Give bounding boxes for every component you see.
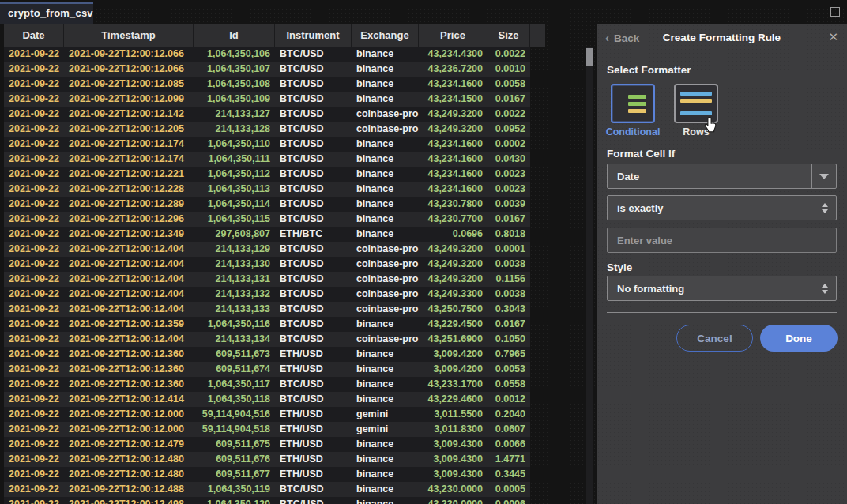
cell-exchange[interactable]: binance [352,317,419,332]
cell-size[interactable]: 0.0167 [487,212,530,227]
cell-instrument[interactable]: ETH/USD [275,362,352,377]
cell-instrument[interactable]: BTC/USD [275,242,352,257]
cell-exchange[interactable]: binance [352,227,419,242]
cell-size[interactable]: 0.1050 [487,332,530,347]
cell-size[interactable]: 0.0022 [487,107,530,122]
cell-size[interactable]: 0.0066 [487,437,530,452]
rows-formatter-card[interactable] [674,84,718,123]
cell-exchange[interactable]: binance [352,362,419,377]
cell-timestamp[interactable]: 2021-09-22T12:00:12.414 [64,392,194,407]
table-row[interactable]: 2021-09-222021-09-22T12:00:12.2211,064,3… [4,167,530,182]
column-header-exchange[interactable]: Exchange [352,24,419,47]
cell-timestamp[interactable]: 2021-09-22T12:00:12.404 [64,242,194,257]
cell-exchange[interactable]: binance [352,77,419,92]
cell-price[interactable]: 43,251.6900 [419,332,487,347]
cell-timestamp[interactable]: 2021-09-22T12:00:12.000 [64,422,194,437]
cell-id[interactable]: 1,064,350,109 [194,92,275,107]
cell-date[interactable]: 2021-09-22 [4,197,64,212]
cell-instrument[interactable]: BTC/USD [275,482,352,497]
cell-instrument[interactable]: ETH/BTC [275,227,352,242]
column-select[interactable]: Date [607,164,837,189]
cell-date[interactable]: 2021-09-22 [4,107,64,122]
cell-price[interactable]: 43,230.7700 [419,212,487,227]
cell-size[interactable]: 0.0053 [487,362,530,377]
cell-date[interactable]: 2021-09-22 [4,407,64,422]
cell-price[interactable]: 43,234.4300 [419,47,487,62]
cell-id[interactable]: 1,064,350,119 [194,482,275,497]
cell-instrument[interactable]: BTC/USD [275,182,352,197]
cell-id[interactable]: 1,064,350,120 [194,497,275,504]
table-row[interactable]: 2021-09-222021-09-22T12:00:12.404214,133… [4,257,530,272]
cell-exchange[interactable]: binance [352,137,419,152]
cell-date[interactable]: 2021-09-22 [4,482,64,497]
cell-id[interactable]: 1,064,350,116 [194,317,275,332]
cell-exchange[interactable]: binance [352,377,419,392]
table-row[interactable]: 2021-09-222021-09-22T12:00:12.479609,511… [4,437,530,452]
cell-exchange[interactable]: binance [352,152,419,167]
cell-id[interactable]: 1,064,350,114 [194,197,275,212]
cell-price[interactable]: 3,009.4200 [419,362,487,377]
table-row[interactable]: 2021-09-222021-09-22T12:00:12.4981,064,3… [4,497,530,504]
cell-id[interactable]: 1,064,350,108 [194,77,275,92]
cell-timestamp[interactable]: 2021-09-22T12:00:12.142 [64,107,194,122]
cell-id[interactable]: 1,064,350,112 [194,167,275,182]
cell-date[interactable]: 2021-09-22 [4,437,64,452]
column-header-timestamp[interactable]: Timestamp [64,24,194,47]
cell-date[interactable]: 2021-09-22 [4,362,64,377]
cell-timestamp[interactable]: 2021-09-22T12:00:12.404 [64,257,194,272]
cell-timestamp[interactable]: 2021-09-22T12:00:12.296 [64,212,194,227]
cell-timestamp[interactable]: 2021-09-22T12:00:12.099 [64,92,194,107]
cell-exchange[interactable]: binance [352,392,419,407]
cell-price[interactable]: 43,236.7200 [419,62,487,77]
cell-timestamp[interactable]: 2021-09-22T12:00:12.066 [64,62,194,77]
cell-size[interactable]: 0.0023 [487,182,530,197]
cell-exchange[interactable]: coinbase-pro [352,332,419,347]
cell-exchange[interactable]: coinbase-pro [352,287,419,302]
cell-date[interactable]: 2021-09-22 [4,167,64,182]
operator-select[interactable]: is exactly [607,195,837,220]
cell-size[interactable]: 0.0167 [487,317,530,332]
cell-date[interactable]: 2021-09-22 [4,257,64,272]
cell-instrument[interactable]: ETH/USD [275,437,352,452]
done-button[interactable]: Done [760,325,838,352]
cell-id[interactable]: 1,064,350,110 [194,137,275,152]
cell-timestamp[interactable]: 2021-09-22T12:00:12.000 [64,407,194,422]
cell-date[interactable]: 2021-09-22 [4,227,64,242]
cell-size[interactable]: 0.8018 [487,227,530,242]
cell-price[interactable]: 43,249.3200 [419,257,487,272]
cell-price[interactable]: 3,009.4200 [419,347,487,362]
cell-instrument[interactable]: BTC/USD [275,392,352,407]
vertical-scrollbar[interactable] [586,47,593,504]
cell-id[interactable]: 1,064,350,106 [194,47,275,62]
table-row[interactable]: 2021-09-222021-09-22T12:00:12.0661,064,3… [4,62,530,77]
table-row[interactable]: 2021-09-222021-09-22T12:00:12.480609,511… [4,467,530,482]
cell-size[interactable]: 0.0058 [487,77,530,92]
cell-size[interactable]: 0.1156 [487,272,530,287]
cell-price[interactable]: 0.0696 [419,227,487,242]
cell-timestamp[interactable]: 2021-09-22T12:00:12.479 [64,437,194,452]
style-select[interactable]: No formatting [607,276,837,301]
cell-price[interactable]: 3,011.8300 [419,422,487,437]
cell-date[interactable]: 2021-09-22 [4,452,64,467]
cell-instrument[interactable]: BTC/USD [275,212,352,227]
cell-instrument[interactable]: BTC/USD [275,497,352,504]
cell-exchange[interactable]: binance [352,467,419,482]
cell-instrument[interactable]: ETH/USD [275,467,352,482]
cell-timestamp[interactable]: 2021-09-22T12:00:12.404 [64,302,194,317]
cell-timestamp[interactable]: 2021-09-22T12:00:12.289 [64,197,194,212]
cell-id[interactable]: 214,133,132 [194,287,275,302]
cell-instrument[interactable]: BTC/USD [275,92,352,107]
cell-date[interactable]: 2021-09-22 [4,182,64,197]
cell-exchange[interactable]: binance [352,497,419,504]
dropdown-arrow-box[interactable] [811,164,836,188]
cell-exchange[interactable]: binance [352,347,419,362]
cell-timestamp[interactable]: 2021-09-22T12:00:12.359 [64,317,194,332]
cell-id[interactable]: 214,133,127 [194,107,275,122]
table-row[interactable]: 2021-09-222021-09-22T12:00:12.2891,064,3… [4,197,530,212]
cell-exchange[interactable]: gemini [352,422,419,437]
cell-price[interactable]: 43,230.0000 [419,482,487,497]
cell-price[interactable]: 3,009.4300 [419,467,487,482]
table-row[interactable]: 2021-09-222021-09-22T12:00:12.00059,114,… [4,422,530,437]
cell-date[interactable]: 2021-09-22 [4,47,64,62]
cancel-button[interactable]: Cancel [676,325,753,352]
